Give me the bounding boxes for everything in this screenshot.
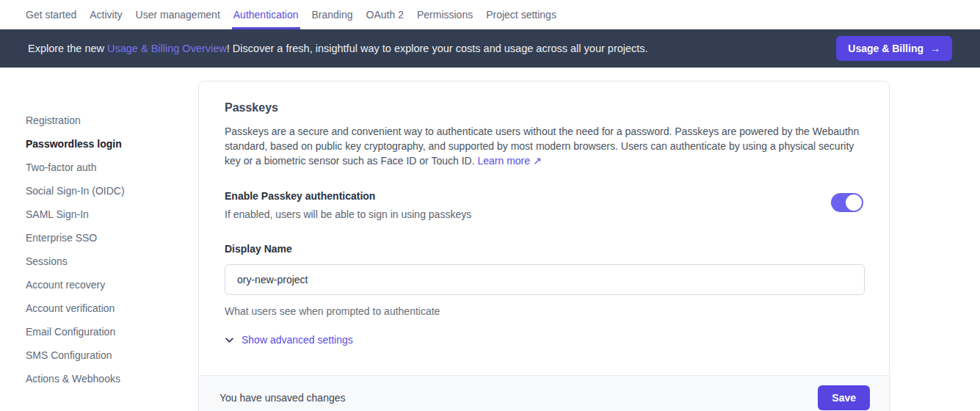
- toggle-knob: [846, 194, 862, 211]
- nav-tab-branding[interactable]: Branding: [312, 0, 353, 29]
- nav-tab-authentication[interactable]: Authentication: [233, 0, 299, 29]
- sidebar-item-label: Registration: [26, 114, 81, 126]
- display-name-label: Display Name: [225, 243, 863, 255]
- passkey-toggle[interactable]: [831, 193, 863, 212]
- sidebar-item-account-recovery[interactable]: Account recovery: [26, 273, 198, 297]
- enable-passkey-description: If enabled, users will be able to sign i…: [225, 208, 471, 220]
- sidebar-item-enterprise-sso[interactable]: Enterprise SSO: [26, 226, 198, 250]
- passkeys-card-body: Passkeys Passkeys are a secure and conve…: [199, 81, 889, 375]
- sidebar-item-label: Two-factor auth: [26, 161, 97, 173]
- arrow-right-icon: →: [930, 43, 940, 54]
- passkeys-description: Passkeys are a secure and convenient way…: [225, 124, 863, 168]
- passkeys-description-text: Passkeys are a secure and convenient way…: [225, 126, 859, 167]
- sidebar-item-sms-configuration[interactable]: SMS Configuration: [26, 343, 198, 367]
- nav-tab-label: Authentication: [233, 9, 299, 21]
- nav-tab-oauth-2[interactable]: OAuth 2: [366, 0, 404, 29]
- show-advanced-settings-button[interactable]: Show advanced settings: [225, 334, 353, 346]
- display-name-helper: What users see when prompted to authenti…: [225, 305, 863, 317]
- usage-billing-banner: Explore the new Usage & Billing Overview…: [0, 29, 980, 68]
- sidebar-item-label: Account verification: [26, 302, 115, 314]
- nav-tab-label: Activity: [90, 9, 122, 21]
- sidebar-item-social-sign-in-oidc[interactable]: Social Sign-In (OIDC): [26, 179, 198, 203]
- sidebar-item-label: Account recovery: [26, 279, 105, 291]
- usage-billing-button[interactable]: Usage & Billing →: [836, 36, 952, 61]
- display-name-input[interactable]: [225, 264, 865, 295]
- sidebar-item-label: SAML Sign-In: [26, 208, 89, 220]
- sidebar-item-saml-sign-in[interactable]: SAML Sign-In: [26, 203, 198, 226]
- nav-tab-project-settings[interactable]: Project settings: [486, 0, 556, 29]
- nav-tab-permissions[interactable]: Permissions: [417, 0, 473, 29]
- sidebar-item-label: Sessions: [26, 255, 68, 267]
- sidebar-item-passwordless-login[interactable]: Passwordless login: [26, 132, 198, 156]
- nav-tab-label: Permissions: [417, 9, 473, 21]
- passkeys-card: Passkeys Passkeys are a secure and conve…: [198, 81, 890, 411]
- banner-text-before: Explore the new: [28, 43, 107, 54]
- sidebar-item-account-verification[interactable]: Account verification: [26, 297, 198, 320]
- usage-billing-overview-link[interactable]: Usage & Billing Overview: [107, 43, 227, 54]
- chevron-down-icon: [225, 335, 234, 345]
- sidebar-item-label: SMS Configuration: [26, 349, 112, 361]
- sidebar-item-label: Enterprise SSO: [26, 232, 97, 244]
- sidebar-item-label: Social Sign-In (OIDC): [26, 185, 125, 197]
- nav-tab-activity[interactable]: Activity: [90, 0, 122, 29]
- sidebar-item-label: Email Configuration: [26, 326, 115, 338]
- banner-text-after: ! Discover a fresh, insightful way to ex…: [227, 43, 648, 54]
- unsaved-changes-text: You have unsaved changes: [219, 392, 346, 404]
- page-content: Registration Passwordless login Two-fact…: [0, 68, 980, 411]
- sidebar-item-sessions[interactable]: Sessions: [26, 250, 198, 273]
- settings-sidebar: Registration Passwordless login Two-fact…: [0, 68, 198, 411]
- page-title: Passkeys: [225, 101, 863, 114]
- sidebar-item-label: Passwordless login: [26, 138, 122, 150]
- nav-tab-label: Branding: [312, 9, 353, 21]
- sidebar-item-email-configuration[interactable]: Email Configuration: [26, 320, 198, 343]
- nav-tab-label: Project settings: [486, 9, 556, 21]
- usage-billing-button-label: Usage & Billing: [848, 43, 923, 54]
- nav-tab-label: User management: [136, 9, 220, 21]
- show-advanced-settings-label: Show advanced settings: [242, 334, 353, 346]
- nav-tab-get-started[interactable]: Get started: [26, 0, 76, 29]
- unsaved-changes-bar: You have unsaved changes Save: [199, 375, 889, 411]
- nav-tab-user-management[interactable]: User management: [136, 0, 220, 29]
- save-button[interactable]: Save: [818, 385, 870, 410]
- learn-more-link[interactable]: Learn more ↗: [477, 155, 541, 167]
- top-navigation: Get started Activity User management Aut…: [0, 0, 980, 29]
- enable-passkey-label: Enable Passkey authentication: [225, 190, 471, 202]
- external-link-icon: ↗: [533, 155, 542, 167]
- sidebar-item-two-factor-auth[interactable]: Two-factor auth: [26, 156, 198, 179]
- sidebar-item-registration[interactable]: Registration: [26, 109, 198, 132]
- nav-tab-label: OAuth 2: [366, 9, 404, 21]
- enable-passkey-row: Enable Passkey authentication If enabled…: [225, 190, 863, 220]
- sidebar-item-label: Actions & Webhooks: [26, 373, 120, 385]
- sidebar-item-actions-webhooks[interactable]: Actions & Webhooks: [26, 367, 198, 390]
- enable-passkey-texts: Enable Passkey authentication If enabled…: [225, 190, 471, 220]
- display-name-field: Display Name What users see when prompte…: [225, 243, 863, 317]
- banner-message: Explore the new Usage & Billing Overview…: [28, 43, 648, 54]
- nav-tab-label: Get started: [26, 9, 76, 21]
